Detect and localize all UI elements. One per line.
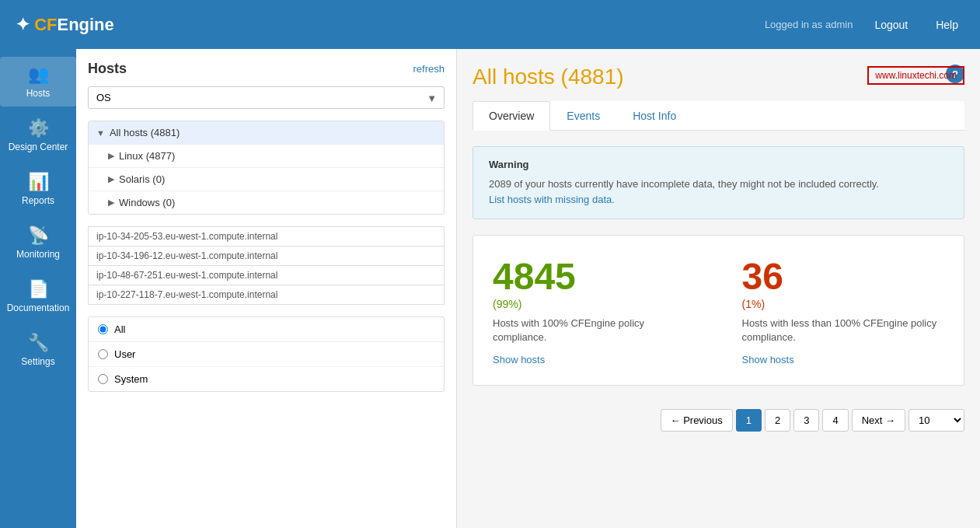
tree-windows-item[interactable]: ▶ Windows (0) (89, 191, 444, 214)
right-panel: All hosts (4881) ? www.linuxtechi.com Ov… (457, 49, 980, 528)
host-list: ip-10-34-205-53.eu-west-1.compute.intern… (88, 226, 445, 305)
logout-button[interactable]: Logout (868, 16, 914, 34)
tree-root-arrow-icon: ▼ (96, 128, 105, 138)
sidebar-item-documentation-label: Documentation (7, 302, 70, 313)
reports-icon: 📊 (28, 172, 49, 192)
watermark: www.linuxtechi.com (867, 66, 964, 85)
help-button[interactable]: Help (929, 16, 964, 34)
refresh-link[interactable]: refresh (413, 63, 445, 75)
filter-all-label: All (114, 323, 125, 335)
page-1-button[interactable]: 1 (736, 409, 762, 432)
compliant-description: Hosts with 100% CFEngine policy complian… (493, 316, 696, 344)
sidebar-item-settings[interactable]: 🔧 Settings (0, 325, 76, 375)
tree-windows-arrow-icon: ▶ (108, 198, 114, 208)
logged-in-user: Logged in as admin (765, 19, 853, 30)
filter-system-label: System (114, 373, 148, 385)
warning-title: Warning (489, 159, 948, 170)
main-layout: 👥 Hosts ⚙️ Design Center 📊 Reports 📡 Mon… (0, 49, 980, 528)
top-navigation: ✦ CFEngine Logged in as admin Logout Hel… (0, 0, 980, 49)
list-item[interactable]: ip-10-34-205-53.eu-west-1.compute.intern… (88, 226, 445, 246)
warning-message: 2089 of your hosts currently have incomp… (489, 178, 879, 190)
tab-overview[interactable]: Overview (473, 101, 550, 131)
non-compliant-percent: (1%) (742, 298, 945, 310)
non-compliant-count: 36 (742, 255, 945, 298)
left-panel-header: Hosts refresh (88, 61, 445, 77)
show-non-compliant-hosts-link[interactable]: Show hosts (742, 354, 794, 365)
content-tabs: Overview Events Host Info (473, 101, 964, 131)
filter-system-radio[interactable] (98, 374, 108, 384)
left-panel-title: Hosts (88, 61, 127, 77)
filter-user-option[interactable]: User (89, 342, 444, 367)
sidebar-item-hosts[interactable]: 👥 Hosts (0, 57, 76, 107)
filter-user-label: User (114, 348, 135, 360)
prev-button[interactable]: ← Previous (661, 409, 733, 432)
warning-text: 2089 of your hosts currently have incomp… (489, 177, 948, 207)
list-item[interactable]: ip-10-227-118-7.eu-west-1.compute.intern… (88, 285, 445, 305)
settings-icon: 🔧 (28, 333, 49, 353)
sidebar: 👥 Hosts ⚙️ Design Center 📊 Reports 📡 Mon… (0, 49, 76, 528)
page-2-button[interactable]: 2 (765, 409, 790, 432)
tree-root-label: All hosts (4881) (110, 127, 180, 138)
per-page-select[interactable]: 10 25 50 100 (909, 409, 964, 432)
tree-windows-label: Windows (0) (119, 197, 175, 208)
hosts-tree: ▼ All hosts (4881) ▶ Linux (4877) ▶ Sola… (88, 121, 445, 215)
tree-linux-label: Linux (4877) (119, 150, 175, 162)
sidebar-item-design-center[interactable]: ⚙️ Design Center (0, 110, 76, 160)
sidebar-item-reports[interactable]: 📊 Reports (0, 164, 76, 214)
filter-system-option[interactable]: System (89, 367, 444, 391)
sidebar-item-documentation[interactable]: 📄 Documentation (0, 271, 76, 321)
tab-host-info[interactable]: Host Info (616, 101, 692, 131)
list-item[interactable]: ip-10-48-67-251.eu-west-1.compute.intern… (88, 265, 445, 285)
tab-events[interactable]: Events (550, 101, 616, 131)
hosts-icon: 👥 (28, 65, 49, 85)
tree-linux-item[interactable]: ▶ Linux (4877) (89, 145, 444, 168)
filter-all-radio[interactable] (98, 324, 108, 334)
documentation-icon: 📄 (28, 279, 49, 299)
left-panel: Hosts refresh OS Linux Solaris Windows ▼… (76, 49, 457, 528)
missing-data-link[interactable]: List hosts with missing data. (489, 194, 615, 205)
os-dropdown-container: OS Linux Solaris Windows ▼ (88, 86, 445, 109)
filter-all-option[interactable]: All (89, 317, 444, 342)
compliant-stat: 4845 (99%) Hosts with 100% CFEngine poli… (493, 255, 696, 365)
next-button[interactable]: Next → (852, 409, 905, 432)
os-select[interactable]: OS Linux Solaris Windows (88, 86, 445, 109)
page-title: All hosts (4881) (473, 65, 624, 89)
sidebar-item-settings-label: Settings (21, 356, 54, 367)
warning-box: Warning 2089 of your hosts currently hav… (473, 146, 964, 219)
app-logo: ✦ CFEngine (16, 15, 765, 35)
compliant-percent: (99%) (493, 298, 696, 310)
design-center-icon: ⚙️ (28, 118, 49, 138)
show-compliant-hosts-link[interactable]: Show hosts (493, 354, 545, 365)
list-item[interactable]: ip-10-34-196-12.eu-west-1.compute.intern… (88, 246, 445, 265)
nav-right: Logged in as admin Logout Help (765, 16, 964, 34)
pagination: ← Previous 1 2 3 4 Next → 10 25 50 100 (473, 401, 964, 439)
sidebar-item-hosts-label: Hosts (26, 88, 51, 99)
tree-solaris-label: Solaris (0) (119, 173, 165, 185)
sidebar-item-reports-label: Reports (22, 195, 54, 206)
page-4-button[interactable]: 4 (822, 409, 848, 432)
monitoring-icon: 📡 (28, 226, 49, 246)
host-filter-group: All User System (88, 316, 445, 392)
tree-solaris-item[interactable]: ▶ Solaris (0) (89, 168, 444, 191)
filter-user-radio[interactable] (98, 349, 108, 359)
non-compliant-description: Hosts with less than 100% CFEngine polic… (742, 316, 945, 344)
tree-root-item[interactable]: ▼ All hosts (4881) (89, 121, 444, 145)
non-compliant-stat: 36 (1%) Hosts with less than 100% CFEngi… (742, 255, 945, 365)
stats-card: 4845 (99%) Hosts with 100% CFEngine poli… (473, 235, 964, 386)
sidebar-item-monitoring-label: Monitoring (16, 249, 60, 260)
sidebar-item-monitoring[interactable]: 📡 Monitoring (0, 218, 76, 267)
page-3-button[interactable]: 3 (793, 409, 819, 432)
compliant-count: 4845 (493, 255, 696, 298)
tree-solaris-arrow-icon: ▶ (108, 174, 114, 184)
tree-linux-arrow-icon: ▶ (108, 151, 114, 161)
sidebar-item-design-center-label: Design Center (9, 142, 68, 152)
